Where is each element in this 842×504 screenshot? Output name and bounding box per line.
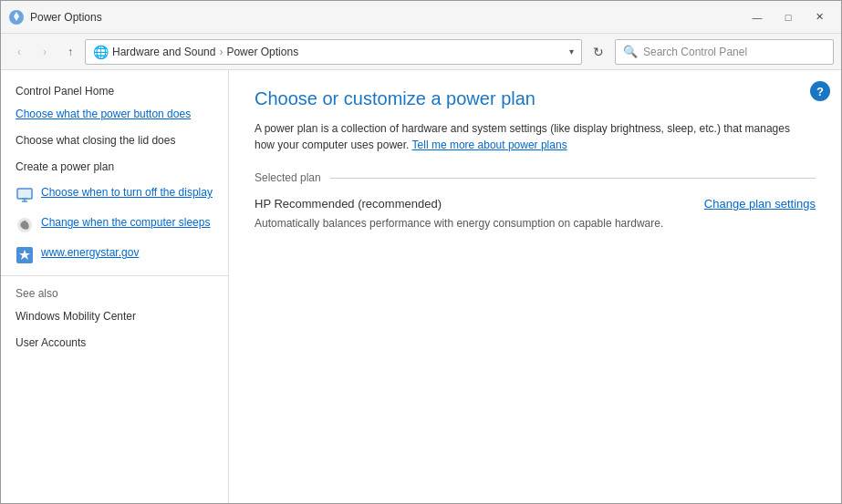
forward-button[interactable]: › <box>34 41 56 63</box>
content-title: Choose or customize a power plan <box>255 88 816 109</box>
address-bar: ‹ › ↑ 🌐 Hardware and Sound › Power Optio… <box>1 34 841 70</box>
window-controls: — □ ✕ <box>743 5 834 30</box>
address-dropdown-icon[interactable]: ▾ <box>569 46 574 57</box>
sidebar-home-link[interactable]: Control Panel Home <box>16 85 213 98</box>
back-button[interactable]: ‹ <box>8 41 30 63</box>
search-icon: 🔍 <box>623 45 638 58</box>
globe-icon: 🌐 <box>93 45 109 59</box>
plan-row: HP Recommended (recommended) Change plan… <box>255 197 816 211</box>
selected-plan-section: Selected plan HP Recommended (recommende… <box>255 171 816 231</box>
title-bar: Power Options — □ ✕ <box>1 1 841 34</box>
change-plan-settings-link[interactable]: Change plan settings <box>704 197 816 211</box>
address-text: Hardware and Sound › Power Options <box>112 46 566 58</box>
sidebar-item-sleep[interactable]: Change when the computer sleeps <box>16 215 213 234</box>
plan-name: HP Recommended (recommended) <box>255 197 442 211</box>
learn-more-link[interactable]: Tell me more about power plans <box>412 139 567 151</box>
help-button[interactable]: ? <box>810 81 830 101</box>
breadcrumb-hardware: Hardware and Sound <box>112 46 215 58</box>
sidebar-item-turn-off-display[interactable]: Choose when to turn off the display <box>16 185 213 204</box>
selected-plan-label: Selected plan <box>255 171 321 184</box>
sidebar-item-label-energystar: www.energystar.gov <box>41 245 139 261</box>
breadcrumb-power: Power Options <box>226 46 298 58</box>
sidebar-divider <box>1 275 228 276</box>
svg-rect-3 <box>17 189 32 199</box>
sidebar-link-user-accounts[interactable]: User Accounts <box>16 335 213 351</box>
plan-description: Automatically balances performance with … <box>255 216 765 231</box>
search-placeholder: Search Control Panel <box>643 46 747 58</box>
see-also-label: See also <box>16 287 213 300</box>
sidebar-section-main: Control Panel Home Choose what the power… <box>1 85 228 264</box>
close-button[interactable]: ✕ <box>805 5 834 30</box>
sidebar-link-power-btn[interactable]: Choose what the power button does <box>16 107 213 122</box>
content-description: A power plan is a collection of hardware… <box>255 120 802 153</box>
address-box[interactable]: 🌐 Hardware and Sound › Power Options ▾ <box>85 39 582 65</box>
sidebar-item-label-display: Choose when to turn off the display <box>41 185 213 201</box>
search-box[interactable]: 🔍 Search Control Panel <box>615 39 834 65</box>
up-button[interactable]: ↑ <box>59 41 81 63</box>
refresh-button[interactable]: ↻ <box>586 39 611 65</box>
selected-plan-header: Selected plan <box>255 171 816 184</box>
sidebar-link-create-plan[interactable]: Create a power plan <box>16 159 213 175</box>
sidebar-item-energystar[interactable]: www.energystar.gov <box>16 245 213 264</box>
sidebar: Control Panel Home Choose what the power… <box>1 70 229 503</box>
sidebar-link-lid[interactable]: Choose what closing the lid does <box>16 133 213 149</box>
sidebar-section-see-also: See also Windows Mobility Center User Ac… <box>1 287 228 351</box>
energystar-icon <box>16 246 34 264</box>
maximize-button[interactable]: □ <box>774 5 803 30</box>
main-content: Control Panel Home Choose what the power… <box>1 70 841 503</box>
window-title: Power Options <box>30 11 743 24</box>
sleep-icon <box>16 216 34 234</box>
sidebar-link-mobility-center[interactable]: Windows Mobility Center <box>16 309 213 324</box>
breadcrumb-sep1: › <box>219 46 223 58</box>
minimize-button[interactable]: — <box>743 5 772 30</box>
main-window: Power Options — □ ✕ ‹ › ↑ 🌐 Hardware and… <box>0 0 842 504</box>
content-panel: ? Choose or customize a power plan A pow… <box>229 70 841 503</box>
window-icon <box>8 9 25 26</box>
sidebar-item-label-sleep: Change when the computer sleeps <box>41 215 210 231</box>
monitor-icon <box>16 186 34 204</box>
